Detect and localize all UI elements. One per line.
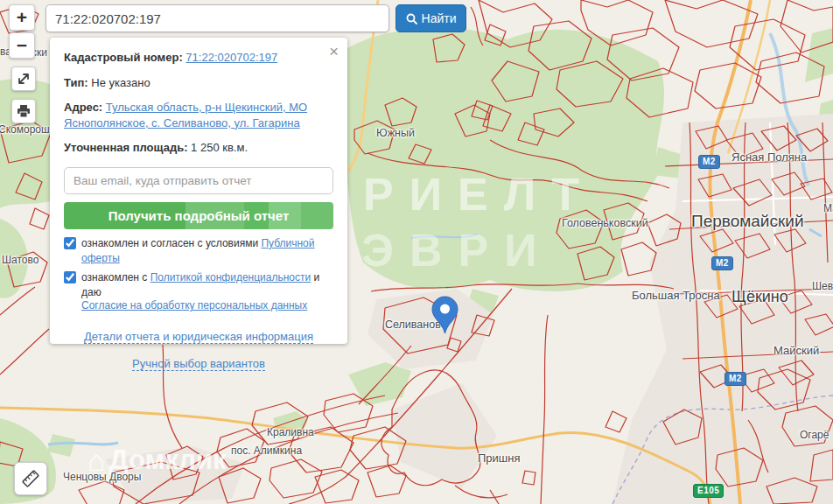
map-label-yasnaya-polyana: Ясная Поляна: [732, 150, 807, 164]
fullscreen-button[interactable]: [11, 66, 36, 91]
map-label-shchyokino: Щёкино: [732, 288, 788, 306]
minus-icon: −: [17, 35, 27, 56]
panel-footer-links: Детали отчета и юридическая информация Р…: [64, 330, 333, 384]
map-label-kralivna: Краливна: [267, 426, 314, 438]
map-label-ogaryovka: Огарё: [800, 429, 829, 441]
offer-consent-checkbox[interactable]: [64, 237, 76, 249]
map-label-yuzhny: Южный: [376, 127, 415, 139]
map-label-pervomaisky: Первомайский: [691, 212, 804, 231]
privacy-consent-prefix: ознакомлен с: [81, 271, 150, 284]
expand-arrows-icon: [17, 72, 31, 86]
privacy-policy-link[interactable]: Политикой конфиденциальности: [150, 271, 312, 284]
area-row: Уточненная площадь: 1 250 кв.м.: [64, 140, 333, 156]
address-label: Адрес:: [64, 101, 102, 114]
search-button[interactable]: Найти: [396, 4, 466, 32]
road-badge-e105: Е105: [693, 484, 724, 498]
cadastral-number-row: Кадастровый номер: 71:22:020702:197: [64, 50, 333, 66]
privacy-consent-text: ознакомлен с Политикой конфиденциальност…: [81, 270, 333, 301]
parcel-info-panel: × Кадастровый номер: 71:22:020702:197 Ти…: [50, 38, 347, 344]
cadastral-number-link[interactable]: 71:22:020702:197: [186, 51, 277, 64]
get-report-button[interactable]: Получить подробный отчет: [64, 202, 333, 229]
map-label-bolshaya-trosna: Большая Тросна: [632, 289, 720, 302]
zoom-in-button[interactable]: +: [9, 4, 35, 31]
manual-select-link[interactable]: Ручной выбор вариантов: [132, 357, 265, 371]
privacy-consent-row: ознакомлен с Политикой конфиденциальност…: [64, 270, 333, 301]
personal-data-consent-link[interactable]: Согласие на обработку персональных данны…: [81, 299, 307, 312]
type-row: Тип: Не указано: [64, 75, 333, 91]
map-label-chentsovy-dvory: Ченцовы Дворы: [63, 471, 141, 483]
map-label-pos-alimkina: пос. Алимкина: [231, 444, 302, 457]
report-details-link[interactable]: Детали отчета и юридическая информация: [84, 330, 313, 344]
map-viewport[interactable]: РИЕЛТ ЭВРИ ⌂ Домклик Скоморош ва ски Южн…: [0, 0, 833, 504]
cadastral-number-label: Кадастровый номер:: [64, 51, 183, 64]
personal-data-row: Согласие на обработку персональных данны…: [81, 298, 333, 313]
print-button[interactable]: [11, 99, 36, 123]
map-label-prishnya: Пришня: [478, 452, 520, 465]
privacy-consent-checkbox[interactable]: [64, 271, 76, 284]
search-button-label: Найти: [422, 11, 457, 25]
type-value: Не указано: [91, 76, 150, 89]
type-label: Тип:: [64, 76, 88, 89]
ruler-icon: [21, 469, 40, 488]
zoom-out-button[interactable]: −: [9, 32, 35, 59]
location-marker-pin[interactable]: [431, 296, 458, 338]
road-badge-m2-2: М2: [711, 256, 733, 270]
offer-consent-text: ознакомлен и согласен с условиями Публич…: [81, 236, 333, 267]
email-input[interactable]: [64, 167, 333, 194]
map-label-skomorosh: Скоморош: [0, 123, 50, 136]
road-badge-m2-3: М2: [724, 372, 746, 386]
area-value: 1 250 кв.м.: [191, 141, 248, 154]
address-row: Адрес: Тульская область, р-н Щекинский, …: [64, 100, 333, 130]
offer-consent-prefix: ознакомлен и согласен с условиями: [81, 237, 261, 249]
printer-icon: [17, 104, 31, 118]
plus-icon: +: [17, 7, 27, 28]
map-label-ma-fragment: Ма: [823, 202, 833, 214]
search-icon: [406, 13, 417, 24]
search-input[interactable]: [46, 4, 389, 32]
map-label-maisky: Майский: [774, 344, 819, 357]
area-label: Уточненная площадь:: [64, 141, 187, 154]
offer-consent-row: ознакомлен и согласен с условиями Публич…: [64, 236, 333, 267]
road-badge-m2-1: М2: [698, 155, 720, 169]
map-label-sheve: Шеве: [812, 280, 833, 292]
close-icon[interactable]: ×: [329, 43, 339, 60]
map-label-shatovo: Шатово: [2, 254, 38, 266]
measure-button[interactable]: [14, 462, 47, 495]
map-label-golovenkovsky: Головеньковский: [562, 217, 648, 229]
